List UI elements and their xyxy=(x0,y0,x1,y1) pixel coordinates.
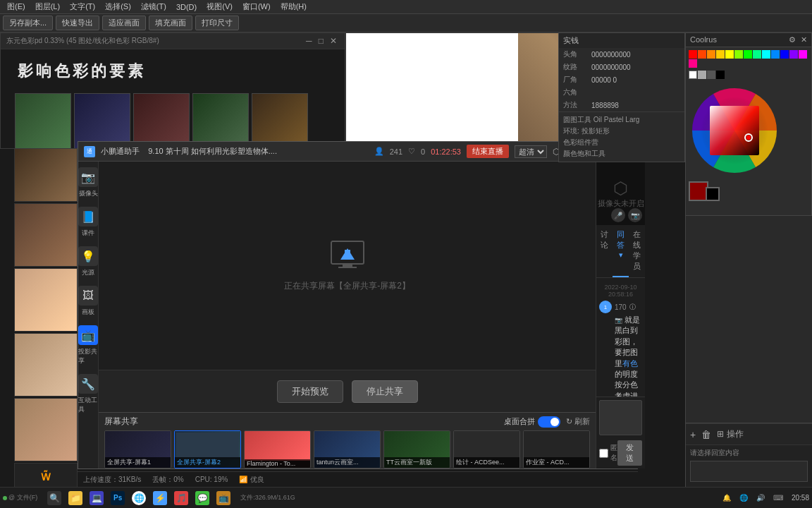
art-reference-panel: 东元色彩pd 0.33% (45 图处/线化和色彩 RGB/8#) ─ □ ✕ … xyxy=(0,32,345,149)
quick-export-btn[interactable]: 快速导出 xyxy=(56,16,99,30)
menu-text[interactable]: 文字(T) xyxy=(66,1,99,13)
desktop-toggle-switch[interactable] xyxy=(538,416,560,428)
screen-thumb-7[interactable]: 作业室 - ACD... xyxy=(523,430,590,468)
screen-thumb-2[interactable]: 全屏共享-屏幕2 xyxy=(174,430,241,468)
swatch-green[interactable] xyxy=(744,50,752,59)
menu-help[interactable]: 帮助(H) xyxy=(276,1,311,13)
taskbar-app5[interactable]: ⚡ xyxy=(150,490,170,507)
swatch-light-blue[interactable] xyxy=(771,50,780,59)
minimize-icon[interactable]: ─ xyxy=(304,36,314,46)
delete-layer-icon[interactable]: 🗑 xyxy=(701,429,711,440)
mic-btn[interactable]: 🎤 xyxy=(611,208,625,222)
swatch-yellow[interactable] xyxy=(725,50,734,59)
layer-ops-btn[interactable]: ⊞ 操作 xyxy=(717,428,743,440)
swatch-white[interactable] xyxy=(689,71,697,79)
menu-filter[interactable]: 滤镜(T) xyxy=(137,1,171,13)
nav-light[interactable]: 💡 光源 xyxy=(78,246,98,277)
menu-select[interactable]: 选择(S) xyxy=(101,1,135,13)
screen-thumb-6[interactable]: 绘计 - ACDSee... xyxy=(453,430,520,468)
swatch-red[interactable] xyxy=(689,50,697,59)
swatch-magenta[interactable] xyxy=(799,50,807,59)
color-swatches-row2 xyxy=(686,71,811,82)
nav-tools[interactable]: 🔧 互动工具 xyxy=(78,374,98,414)
swatch-cyan[interactable] xyxy=(762,50,770,59)
save-copy-btn[interactable]: 另存副本... xyxy=(3,16,53,30)
screen-thumb-3-label: Flamington - To... xyxy=(245,459,310,468)
tray-icon2[interactable]: 🌐 xyxy=(739,494,748,502)
swatch-orange[interactable] xyxy=(707,50,715,59)
background-color[interactable] xyxy=(706,187,720,201)
swatch-light-gray[interactable] xyxy=(698,71,706,79)
chat-input-field[interactable] xyxy=(599,400,642,435)
taskbar-app8[interactable]: 📺 xyxy=(214,490,233,507)
canvas-thumb-face1[interactable] xyxy=(14,268,78,332)
menu-layer[interactable]: 图层(L) xyxy=(31,1,64,13)
tray-icon1[interactable]: 🔔 xyxy=(722,494,731,502)
menu-3d[interactable]: 3D(D) xyxy=(172,2,201,12)
color-swatches xyxy=(686,47,811,71)
swatch-blue[interactable] xyxy=(780,50,789,59)
taskbar-ps[interactable]: Ps xyxy=(108,490,128,507)
taskbar-computer[interactable]: 💻 xyxy=(87,490,106,507)
canvas-thumb-face2[interactable] xyxy=(14,333,78,397)
add-layer-icon[interactable]: + xyxy=(690,429,696,440)
coolorus-close-icon[interactable]: ✕ xyxy=(801,35,807,44)
screen-thumb-1[interactable]: 全屏共享-屏幕1 xyxy=(104,430,171,468)
screen-thumb-4[interactable]: tantun云画室... xyxy=(314,430,381,468)
swatch-yellow-orange[interactable] xyxy=(716,50,725,59)
taskbar-file-manager[interactable]: 📁 xyxy=(66,490,85,507)
swatch-teal[interactable] xyxy=(753,50,761,59)
quality-dropdown[interactable]: 超清 高清 标清 xyxy=(515,145,547,158)
photoshop-icon: Ps xyxy=(111,491,125,505)
light-icon: 💡 xyxy=(78,246,98,266)
refresh-btn[interactable]: ↻ 刷新 xyxy=(566,416,590,427)
start-preview-btn[interactable]: 开始预览 xyxy=(277,380,343,403)
menu-window[interactable]: 窗口(W) xyxy=(238,1,275,13)
menu-file[interactable]: 图(E) xyxy=(3,1,30,13)
signal-icon: 📶 xyxy=(239,476,247,483)
coolorus-settings-icon[interactable]: ⚙ xyxy=(789,35,796,44)
tray-icon3[interactable]: 🔊 xyxy=(756,494,765,502)
taskbar-app7[interactable]: 💬 xyxy=(192,490,212,507)
tray-icon4[interactable]: ⌨ xyxy=(773,494,783,502)
swatch-rose[interactable] xyxy=(689,59,697,68)
cpu-usage: CPU: 19% xyxy=(195,476,228,483)
swatch-yellow-green[interactable] xyxy=(734,50,743,59)
camera-btn[interactable]: 📷 xyxy=(628,208,642,222)
tab-students[interactable]: 在线学员 xyxy=(629,225,645,277)
menu-view[interactable]: 视图(V) xyxy=(202,1,237,13)
taskbar-search[interactable]: 🔍 xyxy=(44,490,64,507)
screen-thumb-5[interactable]: TT云画室一新版 xyxy=(383,430,450,468)
anonymous-checkbox[interactable] xyxy=(599,449,608,458)
taskbar-browser1[interactable]: 🌐 xyxy=(129,490,149,507)
tab-discussion[interactable]: 讨论 xyxy=(596,225,613,277)
signal-quality: 📶 优良 xyxy=(239,475,264,485)
swatch-purple[interactable] xyxy=(789,50,798,59)
stop-share-btn[interactable]: 停止共享 xyxy=(352,380,418,403)
art-thumb-1[interactable] xyxy=(15,93,71,149)
canvas-thumb-face3[interactable] xyxy=(14,398,78,461)
nav-courseware[interactable]: 📘 课件 xyxy=(78,207,98,238)
nav-canvas[interactable]: 🖼 画板 xyxy=(78,286,98,317)
end-stream-btn[interactable]: 结束直播 xyxy=(467,145,509,158)
fg-bg-colors xyxy=(689,181,808,201)
send-message-btn[interactable]: 发送 xyxy=(617,440,642,466)
restore-icon[interactable]: □ xyxy=(316,36,326,46)
canvas-thumb-figure[interactable] xyxy=(14,203,78,267)
anonymous-checkbox-label[interactable]: 匿名 xyxy=(599,443,617,463)
taskbar-app6[interactable]: 🎵 xyxy=(171,490,191,507)
tab-qna[interactable]: 同答 ▾ xyxy=(613,225,629,277)
nav-camera-label: 摄像头 xyxy=(79,189,98,198)
fit-screen-btn[interactable]: 适应画面 xyxy=(102,16,146,30)
content-textarea[interactable] xyxy=(690,461,808,482)
swatch-orange-red[interactable] xyxy=(698,50,706,59)
close-icon[interactable]: ✕ xyxy=(328,36,339,46)
swatch-dark-gray[interactable] xyxy=(707,71,715,79)
fill-screen-btn[interactable]: 填充画面 xyxy=(149,16,192,30)
swatch-black[interactable] xyxy=(716,71,725,79)
nav-share[interactable]: 📺 投影共享 xyxy=(78,325,98,365)
screen-thumb-3[interactable]: Flamington - To... xyxy=(244,430,311,468)
nav-camera[interactable]: 📷 摄像头 xyxy=(78,167,98,198)
print-size-btn[interactable]: 打印尺寸 xyxy=(195,16,239,30)
prop-row-tip: 头角 0000000000 xyxy=(559,48,684,61)
